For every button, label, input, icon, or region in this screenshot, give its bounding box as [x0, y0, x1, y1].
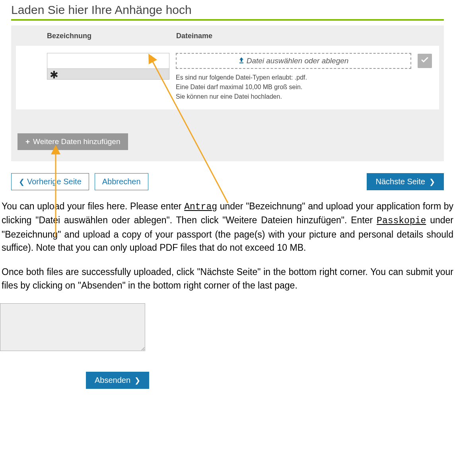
- bezeichnung-input[interactable]: [47, 53, 169, 69]
- column-header-dateiname: Dateiname: [176, 32, 212, 40]
- next-page-button[interactable]: Nächste Seite ❯: [367, 173, 444, 190]
- upload-icon: [239, 57, 244, 65]
- cancel-button[interactable]: Abbrechen: [95, 173, 148, 190]
- instructions-block: You can upload your files here. Please e…: [0, 200, 455, 292]
- upload-form-section: Laden Sie hier Ihre Anhänge hoch Bezeich…: [11, 0, 444, 190]
- dropzone-label: Datei auswählen oder ablegen: [247, 57, 349, 65]
- form-heading: Laden Sie hier Ihre Anhänge hoch: [11, 0, 444, 17]
- chevron-right-icon: ❯: [134, 377, 140, 384]
- accent-rule: [11, 19, 444, 21]
- column-header-bezeichnung: Bezeichnung: [47, 32, 176, 40]
- upload-row: ✱ Datei auswählen oder ablegen Es sind n…: [16, 46, 439, 109]
- prev-page-button[interactable]: ❮ Vorherige Seite: [11, 173, 89, 190]
- submit-button[interactable]: Absenden ❯: [86, 372, 149, 389]
- chevron-right-icon: ❯: [429, 178, 435, 185]
- instructions-paragraph-1: You can upload your files here. Please e…: [2, 200, 453, 254]
- check-icon: [421, 57, 428, 64]
- term-passkopie: Passkopie: [377, 216, 426, 226]
- instructions-paragraph-2: Once both files are successfully uploade…: [2, 265, 453, 292]
- file-dropzone[interactable]: Datei auswählen oder ablegen: [176, 53, 411, 69]
- term-antrag: Antrag: [184, 202, 217, 212]
- add-more-button[interactable]: + Weitere Daten hinzufügen: [18, 133, 128, 150]
- comment-textarea[interactable]: [0, 303, 145, 351]
- chevron-left-icon: ❮: [19, 178, 25, 185]
- confirm-row-button[interactable]: [418, 54, 432, 68]
- required-indicator: ✱: [47, 68, 169, 80]
- plus-icon: +: [25, 137, 30, 146]
- column-header-row: Bezeichnung Dateiname: [11, 25, 444, 46]
- file-hints: Es sind nur folgende Datei-Typen erlaubt…: [176, 73, 411, 101]
